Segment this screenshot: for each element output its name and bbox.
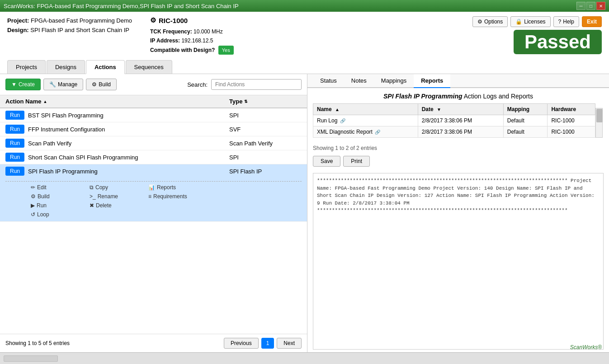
report-hardware-2: RIC-1000	[548, 126, 595, 138]
project-label: Project:	[7, 17, 29, 24]
edit-icon: ✏	[31, 184, 35, 191]
minimize-button[interactable]: ─	[576, 2, 585, 10]
tab-sequences[interactable]: Sequences	[126, 60, 172, 74]
action-type-header: Type ⇅	[229, 98, 302, 105]
tab-status[interactable]: Status	[313, 74, 344, 88]
tab-mappings[interactable]: Mappings	[374, 74, 414, 88]
tck-line: TCK Frequency: 10.000 MHz	[150, 27, 472, 36]
run-button-2[interactable]: Run	[5, 125, 24, 134]
licenses-button[interactable]: 🔒 Licenses	[510, 16, 550, 27]
project-name: FPGA-based Fast Programming Demo	[31, 17, 132, 24]
main-tab-bar: Projects Designs Actions Sequences	[7, 60, 602, 74]
reports-icon: 📊	[148, 184, 155, 191]
col-header-date: Date ▼	[418, 104, 503, 115]
report-row-2: XML Diagnostic Report 🔗 2/8/2017 3:38:06…	[313, 126, 595, 138]
run-button-1[interactable]: Run	[5, 111, 24, 120]
design-line: Design: SPI Flash IP and Short Scan Chai…	[7, 26, 132, 35]
table-row: Run FFP Instrument Configuration SVF	[0, 122, 307, 136]
delete-icon: ✖	[90, 202, 94, 209]
device-info: ⚙ RIC-1000 TCK Frequency: 10.000 MHz IP …	[150, 16, 472, 55]
lock-icon: 🔒	[515, 19, 522, 25]
help-button[interactable]: ? Help	[553, 16, 579, 27]
sort-icon[interactable]: ⇅	[244, 99, 248, 104]
tab-designs[interactable]: Designs	[47, 60, 85, 74]
run-button-5[interactable]: Run	[5, 167, 24, 176]
loop-button[interactable]: ↺ Loop	[28, 210, 87, 219]
header-top: Project: FPGA-based Fast Programming Dem…	[7, 16, 602, 56]
copy-icon: ⧉	[90, 184, 94, 191]
link-icon-1[interactable]: 🔗	[340, 118, 345, 123]
run-button-3[interactable]: Run	[5, 139, 24, 148]
build-context-button[interactable]: ⚙ Build	[28, 192, 87, 201]
manage-button[interactable]: 🔧 Manage	[43, 79, 83, 90]
report-name-2: XML Diagnostic Report 🔗	[313, 126, 418, 138]
project-info: Project: FPGA-based Fast Programming Dem…	[7, 16, 132, 35]
action-name-3: Scan Path Verify	[28, 140, 226, 147]
build-context-icon: ⚙	[31, 193, 36, 200]
reports-scrollbar[interactable]	[595, 108, 603, 138]
close-button[interactable]: ✕	[596, 2, 605, 10]
action-name-1: BST SPI Flash Programming	[28, 112, 226, 119]
next-button[interactable]: Next	[277, 338, 302, 349]
action-name-5: SPI Flash IP Programming	[28, 168, 226, 175]
maximize-button[interactable]: □	[586, 2, 595, 10]
titlebar-title: ScanWorks: FPGA-based Fast Programming D…	[4, 3, 239, 9]
link-icon-2[interactable]: 🔗	[375, 130, 380, 135]
table-row: Run BST SPI Flash Programming SPI	[0, 108, 307, 122]
delete-button[interactable]: ✖ Delete	[87, 201, 146, 210]
col-header-mapping: Mapping	[503, 104, 548, 115]
exit-button[interactable]: Exit	[582, 16, 602, 27]
sort-asc-icon[interactable]: ▲	[43, 99, 47, 104]
options-button[interactable]: ⚙ Options	[472, 16, 508, 27]
build-button[interactable]: ⚙ Build	[86, 79, 117, 90]
showing-text: Showing 1 to 5 of 5 entries	[5, 340, 70, 346]
create-button[interactable]: ▼ Create	[5, 79, 41, 90]
report-row-1: Run Log 🔗 2/8/2017 3:38:06 PM Default RI…	[313, 115, 595, 126]
design-label: Design:	[7, 27, 29, 33]
requirements-button[interactable]: ≡ Requirements	[146, 192, 204, 201]
col-header-name: Name ▲	[313, 104, 418, 115]
tab-reports[interactable]: Reports	[414, 74, 450, 88]
ip-value: 192.168.12.5	[181, 37, 213, 44]
run-context-button[interactable]: ▶ Run	[28, 201, 87, 210]
report-mapping-2: Default	[503, 126, 548, 138]
ip-label: IP Address:	[150, 37, 180, 44]
run-button-4[interactable]: Run	[5, 153, 24, 162]
tab-projects[interactable]: Projects	[7, 60, 46, 74]
table-row: Run Short Scan Chain SPI Flash Programmi…	[0, 150, 307, 164]
action-type-1: SPI	[229, 112, 302, 119]
gear-icon: ⚙	[92, 81, 97, 88]
reports-context-button[interactable]: 📊 Reports	[146, 183, 204, 191]
search-input[interactable]	[211, 79, 302, 90]
horizontal-scrollbar[interactable]	[4, 355, 58, 362]
pagination: Previous 1 Next	[224, 338, 302, 349]
reports-actions: Save Print	[307, 154, 609, 170]
actions-table: Action Name ▲ Type ⇅ Run BST SPI Flash P…	[0, 95, 307, 334]
scroll-thumb[interactable]	[596, 109, 603, 122]
tab-notes[interactable]: Notes	[344, 74, 374, 88]
bottom-bar	[0, 352, 609, 364]
date-sort-icon[interactable]: ▼	[437, 107, 441, 112]
compat-line: Compatible with Design? Yes	[150, 46, 472, 55]
rename-button[interactable]: >_ Rename	[87, 192, 146, 201]
reports-title: SPI Flash IP Programming Action Logs and…	[313, 93, 604, 100]
edit-button[interactable]: ✏ Edit	[28, 183, 87, 191]
copy-button[interactable]: ⧉ Copy	[87, 183, 146, 191]
page-number: 1	[261, 338, 274, 349]
print-button[interactable]: Print	[343, 156, 370, 167]
passed-badge: Passed	[514, 30, 602, 54]
table-row-expanded: Run SPI Flash IP Programming SPI Flash I…	[0, 164, 307, 222]
tab-actions[interactable]: Actions	[86, 60, 125, 74]
compat-label: Compatible with Design?	[150, 47, 215, 53]
header-right: ⚙ Options 🔒 Licenses ? Help Exit	[472, 16, 602, 27]
save-button[interactable]: Save	[313, 156, 340, 167]
previous-button[interactable]: Previous	[224, 338, 259, 349]
log-area[interactable]: ****************************************…	[313, 173, 604, 350]
rename-icon: >_	[90, 193, 96, 200]
plus-icon: ▼	[11, 81, 17, 88]
report-name-1: Run Log 🔗	[313, 115, 418, 126]
left-panel: ▼ Create 🔧 Manage ⚙ Build Search:	[0, 74, 307, 352]
report-hardware-1: RIC-1000	[548, 115, 595, 126]
name-sort-icon[interactable]: ▲	[335, 107, 340, 112]
device-icon: ⚙	[150, 16, 156, 24]
